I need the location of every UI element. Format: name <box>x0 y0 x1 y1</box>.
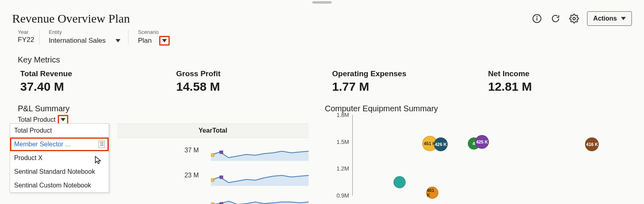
metric-label: Gross Profit <box>176 69 332 78</box>
pnl-summary-panel: P&L Summary Total Product Total Product … <box>18 104 309 196</box>
y-tick-label: 1.2M <box>337 165 349 172</box>
product-selector-value: Total Product <box>18 116 55 123</box>
dropdown-item-member-selector[interactable]: Member Selector ... ⠿ <box>10 137 109 151</box>
pnl-row-value: 23 M <box>126 172 211 179</box>
pnl-row: 23 M <box>126 163 309 188</box>
equipment-title: Computer Equipment Summary <box>325 104 632 113</box>
metric-value: 14.58 M <box>176 80 332 94</box>
metric-gross-profit: Gross Profit 14.58 M <box>176 69 332 94</box>
metric-label: Net Income <box>488 69 644 78</box>
sparkline-chart <box>211 190 309 204</box>
filter-entity[interactable]: Entity International Sales <box>44 29 133 46</box>
gear-icon[interactable] <box>568 13 580 24</box>
dropdown-item-sentinal-custom[interactable]: Sentinal Custom Notebook <box>10 179 109 192</box>
header: Revenue Overview Plan Actions <box>0 0 644 29</box>
svg-rect-6 <box>211 179 214 181</box>
bubble-point[interactable] <box>394 176 406 188</box>
filter-year-value: FY22 <box>18 36 34 44</box>
filter-year[interactable]: Year FY22 <box>18 29 44 44</box>
info-icon[interactable] <box>531 13 543 24</box>
sparkline-chart <box>211 140 309 161</box>
metric-operating-expenses: Operating Expenses 1.77 M <box>332 69 488 94</box>
actions-button[interactable]: Actions <box>587 11 632 26</box>
metric-label: Total Revenue <box>20 69 176 78</box>
refresh-icon[interactable] <box>550 13 561 24</box>
dropdown-item-sentinal-standard[interactable]: Sentinal Standard Notebook <box>10 165 109 179</box>
bubble-chart: 1.8M1.5M1.2M0.9M 451 K426 K401 K4425 K41… <box>329 115 632 196</box>
metric-value: 37.40 M <box>20 80 176 94</box>
metric-total-revenue: Total Revenue 37.40 M <box>20 69 176 94</box>
pnl-title: P&L Summary <box>18 104 309 113</box>
svg-rect-7 <box>220 176 223 179</box>
key-metrics-title: Key Metrics <box>18 55 644 65</box>
chevron-down-icon <box>116 39 120 42</box>
y-tick-label: 0.9M <box>337 192 349 199</box>
filters-bar: Year FY22 Entity International Sales Sce… <box>0 29 644 46</box>
svg-rect-4 <box>211 154 214 156</box>
metric-value: 12.81 M <box>488 80 644 94</box>
dropdown-item-total-product[interactable]: Total Product <box>10 124 109 137</box>
chevron-down-icon <box>162 39 167 42</box>
chevron-down-icon <box>61 118 65 121</box>
svg-point-3 <box>573 17 575 20</box>
filter-scenario[interactable]: Scenario Plan <box>133 29 179 46</box>
sparkline-chart <box>211 165 309 186</box>
metrics-row: Total Revenue 37.40 M Gross Profit 14.58… <box>0 69 644 94</box>
entity-dropdown-caret[interactable] <box>113 36 123 46</box>
filter-entity-value: International Sales <box>49 37 106 45</box>
bubble-point[interactable]: 425 K <box>475 135 489 149</box>
metric-value: 1.77 M <box>332 80 488 94</box>
svg-rect-9 <box>220 202 223 204</box>
svg-point-2 <box>537 17 537 17</box>
pnl-row <box>126 188 309 204</box>
page-title: Revenue Overview Plan <box>12 12 531 25</box>
plot-area: 451 K426 K401 K4425 K416 K <box>352 115 628 196</box>
yeartotal-column-header: YearTotal <box>117 123 309 138</box>
bubble-point[interactable]: 416 K <box>585 137 599 151</box>
pnl-row-value: 37 M <box>126 147 211 154</box>
bubble-point[interactable]: 401 K <box>426 187 438 199</box>
filter-year-label: Year <box>18 29 34 35</box>
filter-scenario-value: Plan <box>138 37 152 45</box>
equipment-summary-panel: Computer Equipment Summary 1.8M1.5M1.2M0… <box>325 104 632 196</box>
scenario-dropdown-caret[interactable] <box>159 36 170 46</box>
drag-handle[interactable] <box>312 1 332 4</box>
y-axis: 1.8M1.5M1.2M0.9M <box>329 115 351 196</box>
y-tick-label: 1.5M <box>337 139 349 145</box>
product-dropdown: Total Product Member Selector ... ⠿ Prod… <box>10 123 109 193</box>
dropdown-item-label: Member Selector ... <box>14 141 71 148</box>
actions-label: Actions <box>593 15 617 22</box>
pnl-row: 37 M <box>126 138 309 163</box>
header-actions: Actions <box>531 11 632 26</box>
dropdown-item-product-x[interactable]: Product X <box>10 151 109 165</box>
metric-label: Operating Expenses <box>332 69 488 78</box>
y-tick-label: 1.8M <box>337 112 349 118</box>
metric-net-income: Net Income 12.81 M <box>488 69 644 94</box>
svg-rect-5 <box>220 151 223 154</box>
filter-entity-label: Entity <box>49 29 124 35</box>
member-selector-icon: ⠿ <box>99 141 105 148</box>
filter-scenario-label: Scenario <box>138 29 169 35</box>
chevron-down-icon <box>621 17 626 20</box>
bubble-point[interactable]: 426 K <box>434 137 448 151</box>
